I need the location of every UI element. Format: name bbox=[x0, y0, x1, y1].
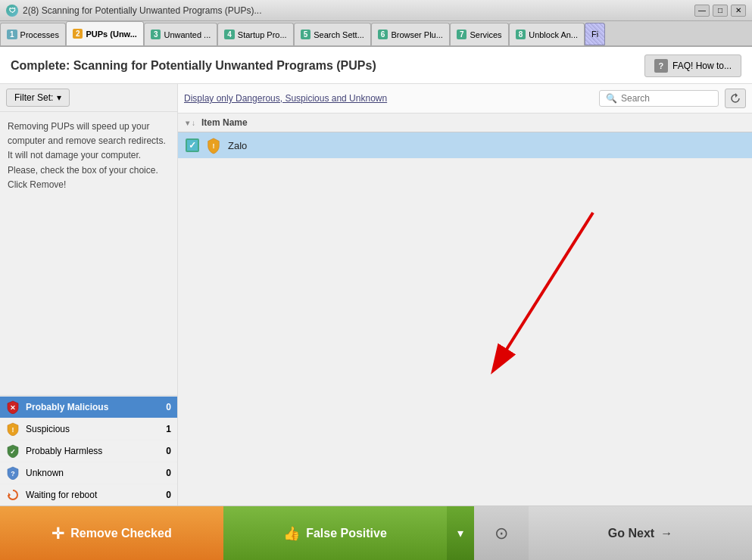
tab-label-browser: Browser Plu... bbox=[391, 30, 442, 39]
filter-row: Filter Set: ▾ bbox=[0, 84, 177, 112]
tab-num-2: 2 bbox=[73, 29, 83, 39]
sort-controls[interactable]: ▾ ↓ bbox=[186, 119, 195, 127]
tab-label-fi: Fi bbox=[591, 30, 598, 39]
tab-label-search: Search Sett... bbox=[314, 30, 364, 39]
tab-num-1: 1 bbox=[7, 30, 17, 39]
shield-harmless-icon: ✓ bbox=[6, 444, 20, 458]
tab-num-4: 4 bbox=[224, 30, 235, 39]
tab-unwanted[interactable]: 3 Unwanted ... bbox=[144, 23, 217, 45]
tab-num-5: 5 bbox=[301, 30, 311, 39]
maximize-button[interactable]: □ bbox=[713, 5, 728, 17]
sidebar-info-text: Removing PUPs will speed up your compute… bbox=[8, 121, 166, 190]
title-bar-left: 🛡 2(8) Scanning for Potentially Unwanted… bbox=[6, 5, 261, 17]
false-positive-button[interactable]: 👍 False Positive bbox=[223, 506, 447, 560]
remove-checked-button[interactable]: ✛ Remove Checked bbox=[0, 506, 223, 560]
tab-search[interactable]: 5 Search Sett... bbox=[294, 23, 371, 45]
crosshair-icon: ✛ bbox=[51, 524, 64, 543]
status-item-unknown[interactable]: ? Unknown 0 bbox=[0, 462, 177, 484]
svg-text:✕: ✕ bbox=[10, 404, 16, 412]
refresh-button[interactable] bbox=[725, 89, 746, 108]
tab-startup[interactable]: 4 Startup Pro... bbox=[217, 23, 293, 45]
filter-description: Display only Dangerous, Suspicious and U… bbox=[184, 93, 593, 104]
status-count-harmless: 0 bbox=[166, 446, 171, 456]
tab-services[interactable]: 7 Services bbox=[450, 23, 509, 45]
svg-text:?: ? bbox=[11, 470, 15, 478]
sort-arrow-up: ↓ bbox=[192, 119, 195, 127]
svg-marker-5 bbox=[735, 93, 738, 98]
item-name: Zalo bbox=[228, 140, 247, 151]
false-positive-dropdown-button[interactable]: ▾ bbox=[447, 506, 474, 560]
tab-bar: 1 Processes 2 PUPs (Unw... 3 Unwanted ..… bbox=[0, 21, 752, 47]
status-label-unknown: Unknown bbox=[26, 468, 64, 478]
tab-fi[interactable]: Fi bbox=[585, 23, 605, 45]
go-next-label: Go Next bbox=[608, 527, 654, 540]
tab-num-7: 7 bbox=[457, 30, 467, 39]
status-item-harmless[interactable]: ✓ Probably Harmless 0 bbox=[0, 440, 177, 462]
shield-suspicious-icon: ! bbox=[6, 422, 20, 436]
column-header-item-name: Item Name bbox=[201, 117, 248, 128]
status-count-reboot: 0 bbox=[166, 490, 171, 500]
tab-browser[interactable]: 6 Browser Plu... bbox=[371, 23, 450, 45]
status-label-suspicious: Suspicious bbox=[26, 424, 70, 434]
arrow-right-icon: → bbox=[660, 527, 672, 540]
faq-icon: ? bbox=[654, 59, 668, 73]
table-header: ▾ ↓ Item Name bbox=[178, 114, 752, 132]
title-bar-controls: — □ ✕ bbox=[694, 5, 746, 17]
shield-unknown-icon: ? bbox=[6, 466, 20, 480]
status-item-suspicious[interactable]: ! Suspicious 1 bbox=[0, 418, 177, 440]
sidebar: Filter Set: ▾ Removing PUPs will speed u… bbox=[0, 84, 178, 506]
status-item-reboot[interactable]: Waiting for reboot 0 bbox=[0, 484, 177, 506]
status-item-malicious[interactable]: ✕ Probably Malicious 0 bbox=[0, 396, 177, 418]
filter-set-label: Filter Set: bbox=[14, 92, 53, 103]
sidebar-info: Removing PUPs will speed up your compute… bbox=[0, 112, 177, 396]
app-icon: 🛡 bbox=[6, 5, 18, 17]
help-button[interactable]: ⊙ bbox=[474, 506, 529, 560]
table-body: ✓ ! Zalo bbox=[178, 132, 752, 506]
svg-text:!: ! bbox=[12, 426, 14, 434]
faq-button[interactable]: ? FAQ! How to... bbox=[644, 54, 741, 77]
row-checkbox[interactable]: ✓ bbox=[186, 138, 199, 152]
tab-num-3: 3 bbox=[151, 30, 161, 39]
help-icon: ⊙ bbox=[495, 524, 508, 543]
tab-label-services: Services bbox=[470, 30, 501, 39]
close-button[interactable]: ✕ bbox=[731, 5, 746, 17]
main-header: Complete: Scanning for Potentially Unwan… bbox=[0, 47, 752, 84]
filter-set-button[interactable]: Filter Set: ▾ bbox=[6, 89, 70, 107]
remove-checked-label: Remove Checked bbox=[70, 527, 171, 540]
tab-unblock[interactable]: 8 Unblock An... bbox=[509, 23, 585, 45]
checkmark-icon: ✓ bbox=[189, 140, 196, 151]
status-count-suspicious: 1 bbox=[166, 424, 171, 434]
table-row[interactable]: ✓ ! Zalo bbox=[178, 132, 752, 159]
tab-processes[interactable]: 1 Processes bbox=[0, 23, 66, 45]
go-next-button[interactable]: Go Next → bbox=[529, 506, 752, 560]
tab-label-pups: PUPs (Unw... bbox=[86, 30, 136, 39]
status-label-reboot: Waiting for reboot bbox=[26, 490, 97, 500]
toolbar: Display only Dangerous, Suspicious and U… bbox=[178, 84, 752, 114]
tab-num-6: 6 bbox=[378, 30, 388, 39]
search-icon: 🔍 bbox=[606, 93, 617, 104]
status-count-malicious: 0 bbox=[166, 402, 171, 412]
chevron-down-icon: ▾ bbox=[57, 92, 61, 103]
faq-label: FAQ! How to... bbox=[672, 61, 732, 71]
svg-text:!: ! bbox=[212, 142, 214, 150]
status-label-malicious: Probably Malicious bbox=[26, 402, 108, 412]
title-bar-text: 2(8) Scanning for Potentially Unwanted P… bbox=[23, 5, 261, 16]
chevron-down-icon: ▾ bbox=[457, 526, 463, 540]
tab-label-processes: Processes bbox=[20, 30, 59, 39]
svg-marker-4 bbox=[8, 493, 11, 497]
page-title: Complete: Scanning for Potentially Unwan… bbox=[11, 59, 376, 73]
main-content-area: Filter Set: ▾ Removing PUPs will speed u… bbox=[0, 84, 752, 506]
search-box[interactable]: 🔍 bbox=[599, 90, 719, 107]
svg-text:✓: ✓ bbox=[10, 448, 16, 456]
false-positive-label: False Positive bbox=[306, 527, 387, 540]
thumbsup-icon: 👍 bbox=[283, 525, 300, 542]
bottom-bar: ✛ Remove Checked 👍 False Positive ▾ ⊙ Go… bbox=[0, 506, 752, 560]
tab-pups[interactable]: 2 PUPs (Unw... bbox=[66, 21, 144, 45]
sort-arrow-down: ▾ bbox=[186, 119, 189, 127]
status-count-unknown: 0 bbox=[166, 468, 171, 478]
search-input[interactable] bbox=[621, 93, 712, 104]
shield-malicious-icon: ✕ bbox=[6, 400, 20, 414]
minimize-button[interactable]: — bbox=[694, 5, 710, 17]
main-panel: Display only Dangerous, Suspicious and U… bbox=[178, 84, 752, 506]
tab-num-8: 8 bbox=[516, 30, 526, 39]
